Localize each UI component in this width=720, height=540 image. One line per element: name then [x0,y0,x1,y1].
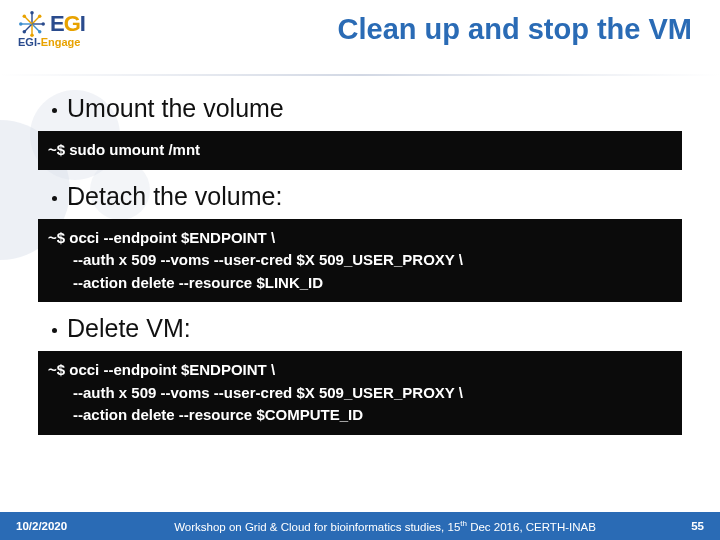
svg-point-8 [30,11,34,15]
page-title: Clean up and stop the VM [338,13,692,46]
bullet-umount-text: Umount the volume [67,94,284,123]
logo-sub-engage: Engage [41,36,81,48]
footer-text-sup: th [460,519,467,528]
bullet-umount: Umount the volume [52,94,682,123]
code-block-delete: ~$ occi --endpoint $ENDPOINT \ --auth x … [38,351,682,435]
footer-text-a: Workshop on Grid & Cloud for bioinformat… [174,521,460,533]
logo-letter-e: E [50,11,64,36]
footer: 10/2/2020 Workshop on Grid & Cloud for b… [0,512,720,540]
code-block-detach: ~$ occi --endpoint $ENDPOINT \ --auth x … [38,219,682,303]
bullet-delete: Delete VM: [52,314,682,343]
bullet-detach-text: Detach the volume: [67,182,282,211]
slide: EGI EGI-Engage Clean up and stop the VM … [0,0,720,540]
footer-page-number: 55 [674,520,704,532]
footer-text-b: Dec 2016, CERTH-INAB [467,521,596,533]
logo-text: EGI [50,11,85,37]
logo-letter-g: G [64,11,80,36]
bullet-delete-text: Delete VM: [67,314,191,343]
content: Umount the volume ~$ sudo umount /mnt De… [0,62,720,435]
bullet-dot-icon [52,108,57,113]
code-block-umount: ~$ sudo umount /mnt [38,131,682,170]
svg-point-14 [19,22,23,26]
svg-point-15 [23,15,27,18]
svg-point-12 [30,33,34,37]
footer-text: Workshop on Grid & Cloud for bioinformat… [96,519,674,533]
footer-date: 10/2/2020 [16,520,96,532]
svg-point-9 [38,15,42,18]
bullet-detach: Detach the volume: [52,182,682,211]
header: EGI EGI-Engage Clean up and stop the VM [0,0,720,62]
svg-point-10 [41,22,45,26]
bullet-dot-icon [52,328,57,333]
bullet-dot-icon [52,196,57,201]
svg-point-11 [38,30,42,34]
logo-letter-i: I [80,11,85,36]
logo-burst-icon [18,10,46,38]
logo: EGI EGI-Engage [18,10,85,48]
svg-point-13 [23,30,27,34]
